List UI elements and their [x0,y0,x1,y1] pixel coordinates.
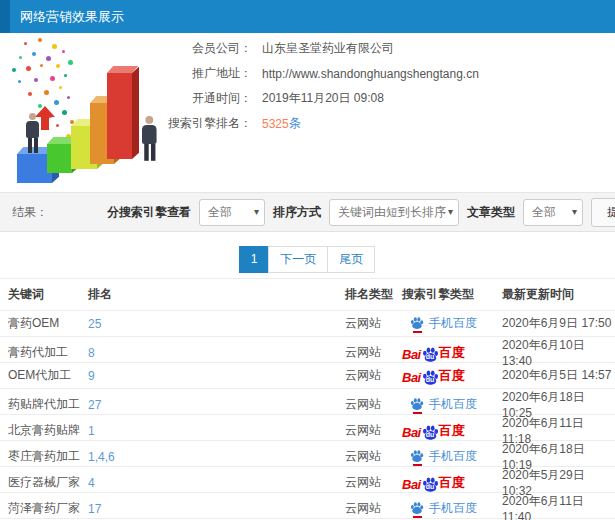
col-updated: 最新更新时间 [502,286,615,303]
rank-type-cell: 云网站 [345,367,402,384]
businessman-right-figure [142,116,157,161]
keyword-cell: 膏药OEM [8,315,88,332]
chevron-down-icon: ▾ [572,206,577,217]
confetti-dot [34,78,38,82]
baidu-logo: Bai du 百度 [402,474,465,492]
confetti-dot [56,124,59,127]
confetti-dot [54,100,59,105]
engine-type-cell: Bai du 百度 [402,344,502,362]
last-page-button[interactable]: 尾页 [327,246,375,273]
table-row: 北京膏药贴牌1云网站 Bai du 百度2020年6月11日 11:18 [0,415,615,441]
sort-filter-value: 关键词由短到长排序 [338,204,446,221]
engine-rank-unit: 条 [289,115,301,132]
confetti-dot [24,42,27,45]
engine-type-cell: 手机百度 [402,448,502,465]
rank-link[interactable]: 17 [88,502,101,516]
confetti-dot [56,64,60,68]
mobile-baidu-logo: 手机百度 [402,448,477,465]
confetti-dot [62,50,65,53]
rank-type-cell: 云网站 [345,396,402,413]
engine-type-cell: 手机百度 [402,396,502,413]
baidu-paw-icon [410,398,424,410]
mobile-baidu-logo: 手机百度 [402,396,477,413]
col-keyword: 关键词 [8,286,88,303]
updated-cell: 2020年6月11日 11:40 [502,493,615,520]
rank-link[interactable]: 4 [88,476,95,490]
sort-filter-select[interactable]: 关键词由短到长排序 ▾ [329,199,459,226]
baidu-paw-icon [410,317,424,329]
rank-type-cell: 云网站 [345,344,402,361]
rank-link[interactable]: 1 [88,424,95,438]
col-rank: 排名 [88,286,345,303]
article-type-label: 文章类型 [467,204,515,221]
col-rank-type: 排名类型 [345,286,402,303]
confetti-dot [12,68,16,72]
engine-type-cell: Bai du 百度 [402,367,502,385]
confetti-dot [67,96,70,99]
confetti-dot [62,110,67,115]
engine-type-cell: 手机百度 [402,315,502,332]
keyword-cell: 医疗器械厂家 [8,474,88,491]
article-type-select[interactable]: 全部 ▾ [523,199,583,226]
member-company-label: 会员公司： [160,40,252,57]
marketing-report-page: 网络营销效果展示 [0,0,615,520]
engine-filter-value: 全部 [208,204,232,221]
confetti-dot [44,90,49,95]
rank-type-cell: 云网站 [345,422,402,439]
table-row: 枣庄膏药加工1,4,6云网站 手机百度2020年6月18日 10:19 [0,441,615,467]
updated-cell: 2020年6月10日 13:40 [502,337,615,368]
chevron-down-icon: ▾ [254,206,259,217]
filter-controls: 分搜索引擎查看 全部 ▾ 排序方式 关键词由短到长排序 ▾ 文章类型 全部 ▾ … [107,198,615,227]
promo-url-row: 推广地址： http://www.shandonghuangshengtang.… [160,61,479,86]
engine-rank-row: 搜索引擎排名： 5325 条 [160,111,479,136]
confetti-dot [32,52,36,56]
confetti-dot [19,56,22,59]
confetti-dot [50,76,55,81]
next-page-button[interactable]: 下一页 [268,246,328,273]
engine-type-cell: Bai du 百度 [402,474,502,492]
open-time-value: 2019年11月20日 09:08 [262,90,384,107]
keyword-cell: 膏药代加工 [8,344,88,361]
engine-rank-count: 5325 [262,117,289,131]
engine-type-cell: Bai du 百度 [402,422,502,440]
baidu-logo: Bai du 百度 [402,367,465,385]
engine-filter-label: 分搜索引擎查看 [107,204,191,221]
confetti-dot [52,44,57,49]
promo-url-link[interactable]: http://www.shandonghuangshengtang.cn [262,67,479,81]
rank-link[interactable]: 1,4,6 [88,450,115,464]
baidu-logo: Bai du 百度 [402,422,465,440]
filter-bar: 结果： 分搜索引擎查看 全部 ▾ 排序方式 关键词由短到长排序 ▾ 文章类型 全… [0,192,615,232]
mobile-baidu-label: 手机百度 [429,396,477,413]
keyword-cell: 药贴牌代加工 [8,396,88,413]
rank-type-cell: 云网站 [345,315,402,332]
rank-link[interactable]: 9 [88,369,95,383]
sort-filter-label: 排序方式 [273,204,321,221]
confetti-dot [26,66,31,71]
rank-link[interactable]: 8 [88,346,95,360]
keyword-cell: 枣庄膏药加工 [8,448,88,465]
engine-filter-select[interactable]: 全部 ▾ [199,199,265,226]
confetti-dot [68,60,73,65]
updated-cell: 2020年6月5日 14:57 [502,367,615,384]
page-1-button[interactable]: 1 [239,246,270,273]
rank-link[interactable]: 27 [88,398,101,412]
bar-3d [47,144,72,173]
businessman-left-figure [26,113,39,153]
rank-link[interactable]: 25 [88,317,101,331]
engine-rank-label: 搜索引擎排名： [160,115,252,132]
keyword-cell: 北京膏药贴牌 [8,422,88,439]
member-company-link[interactable]: 山东皇圣堂药业有限公司 [262,40,394,57]
submit-button[interactable]: 提交 [591,198,615,227]
table-row: 菏泽膏药厂家17云网站 手机百度2020年6月11日 11:40 [0,493,615,519]
confetti-dot [38,38,42,42]
title-bar: 网络营销效果展示 [0,0,615,33]
mobile-baidu-label: 手机百度 [429,500,477,517]
table-row: 药贴牌代加工27云网站 手机百度2020年6月18日 10:25 [0,389,615,415]
updated-cell: 2020年6月9日 17:50 [502,315,615,332]
result-label: 结果： [12,204,48,221]
confetti-dot [28,92,32,96]
open-time-row: 开通时间： 2019年11月20日 09:08 [160,86,479,111]
table-row: OEM代加工9云网站 Bai du 百度2020年6月5日 14:57 [0,363,615,389]
engine-type-cell: 手机百度 [402,500,502,517]
baidu-paw-icon [410,450,424,462]
